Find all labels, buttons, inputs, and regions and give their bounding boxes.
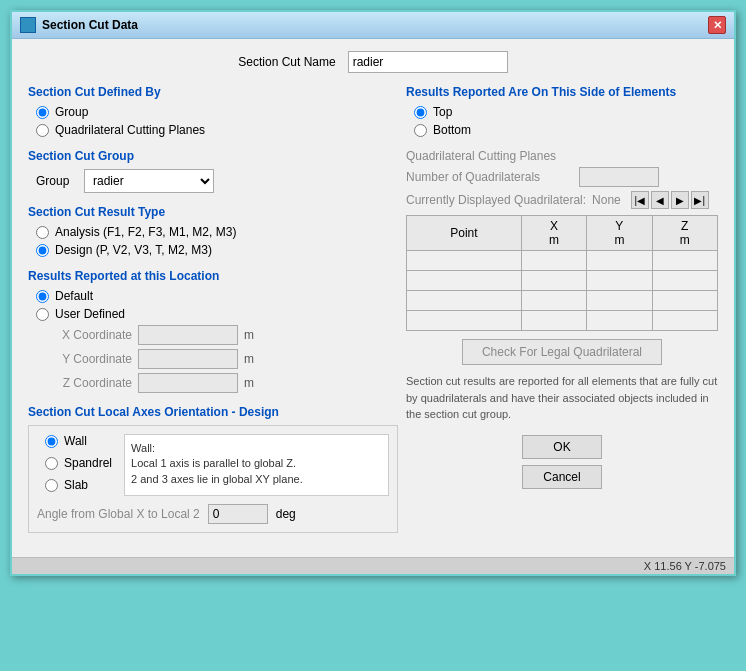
x-coord-unit: m bbox=[244, 328, 254, 342]
right-column: Results Reported Are On This Side of Ele… bbox=[406, 85, 718, 545]
num-quad-row: Number of Quadrilaterals bbox=[406, 167, 718, 187]
angle-row: Angle from Global X to Local 2 deg bbox=[37, 504, 389, 524]
results-default-row: Default bbox=[28, 289, 398, 303]
results-side-bottom-row: Bottom bbox=[406, 123, 718, 137]
results-user-row: User Defined bbox=[28, 307, 398, 321]
orient-wall-row: Wall bbox=[37, 434, 112, 448]
coords-display: X 11.56 Y -7.075 bbox=[644, 560, 726, 572]
nav-first-button[interactable]: |◀ bbox=[631, 191, 649, 209]
name-label: Section Cut Name bbox=[238, 55, 335, 69]
orient-wall-radio[interactable] bbox=[45, 435, 58, 448]
result-type-analysis-label: Analysis (F1, F2, F3, M1, M2, M3) bbox=[55, 225, 236, 239]
orient-spandrel-row: Spandrel bbox=[37, 456, 112, 470]
result-type-design-label: Design (P, V2, V3, T, M2, M3) bbox=[55, 243, 212, 257]
results-side-block: Results Reported Are On This Side of Ele… bbox=[406, 85, 718, 137]
results-side-bottom-radio[interactable] bbox=[414, 124, 427, 137]
col-x: Xm bbox=[521, 216, 586, 251]
nav-last-button[interactable]: ▶| bbox=[691, 191, 709, 209]
results-default-radio[interactable] bbox=[36, 290, 49, 303]
name-row: Section Cut Name bbox=[28, 51, 718, 73]
y-coord-input[interactable] bbox=[138, 349, 238, 369]
disp-quad-label: Currently Displayed Quadrilateral: bbox=[406, 193, 586, 207]
group-row: Group radier bbox=[28, 169, 398, 193]
orient-slab-radio[interactable] bbox=[45, 479, 58, 492]
defined-by-group-row: Group bbox=[28, 105, 398, 119]
cancel-button[interactable]: Cancel bbox=[522, 465, 602, 489]
disp-quad-row: Currently Displayed Quadrilateral: None … bbox=[406, 191, 718, 209]
x-coord-input[interactable] bbox=[138, 325, 238, 345]
orient-spandrel-radio[interactable] bbox=[45, 457, 58, 470]
defined-by-header: Section Cut Defined By bbox=[28, 85, 398, 99]
main-window: Section Cut Data ✕ Section Cut Name Sect… bbox=[10, 10, 736, 576]
quad-table: Point Xm Ym Zm bbox=[406, 215, 718, 331]
quad-planes-block: Quadrilateral Cutting Planes Number of Q… bbox=[406, 149, 718, 423]
results-user-label: User Defined bbox=[55, 307, 125, 321]
orient-slab-row: Slab bbox=[37, 478, 112, 492]
group-block: Section Cut Group Group radier bbox=[28, 149, 398, 193]
nav-buttons: |◀ ◀ ▶ ▶| bbox=[631, 191, 709, 209]
result-type-design-row: Design (P, V2, V3, T, M2, M3) bbox=[28, 243, 398, 257]
orient-row: Wall Spandrel Slab bbox=[37, 434, 389, 496]
orientation-block: Section Cut Local Axes Orientation - Des… bbox=[28, 405, 398, 533]
ok-cancel-area: OK Cancel bbox=[406, 435, 718, 489]
defined-by-group-radio[interactable] bbox=[36, 106, 49, 119]
x-coord-label: X Coordinate bbox=[52, 328, 132, 342]
num-quad-input[interactable] bbox=[579, 167, 659, 187]
close-button[interactable]: ✕ bbox=[708, 16, 726, 34]
two-col: Section Cut Defined By Group Quadrilater… bbox=[28, 85, 718, 545]
nav-next-button[interactable]: ▶ bbox=[671, 191, 689, 209]
nav-prev-button[interactable]: ◀ bbox=[651, 191, 669, 209]
table-row bbox=[407, 291, 718, 311]
z-coord-label: Z Coordinate bbox=[52, 376, 132, 390]
table-row bbox=[407, 311, 718, 331]
quad-desc: Section cut results are reported for all… bbox=[406, 373, 718, 423]
group-select[interactable]: radier bbox=[84, 169, 214, 193]
defined-by-quad-radio[interactable] bbox=[36, 124, 49, 137]
results-user-radio[interactable] bbox=[36, 308, 49, 321]
num-quad-label: Number of Quadrilaterals bbox=[406, 170, 571, 184]
check-quad-button[interactable]: Check For Legal Quadrilateral bbox=[462, 339, 662, 365]
y-coord-row: Y Coordinate m bbox=[28, 349, 398, 369]
angle-unit: deg bbox=[276, 507, 296, 521]
angle-label: Angle from Global X to Local 2 bbox=[37, 507, 200, 521]
results-location-block: Results Reported at this Location Defaul… bbox=[28, 269, 398, 393]
defined-by-quad-row: Quadrilateral Cutting Planes bbox=[28, 123, 398, 137]
bottom-bar: X 11.56 Y -7.075 bbox=[12, 557, 734, 574]
results-location-header: Results Reported at this Location bbox=[28, 269, 398, 283]
z-coord-input[interactable] bbox=[138, 373, 238, 393]
result-type-analysis-row: Analysis (F1, F2, F3, M1, M2, M3) bbox=[28, 225, 398, 239]
window-icon bbox=[20, 17, 36, 33]
left-column: Section Cut Defined By Group Quadrilater… bbox=[28, 85, 398, 545]
section-cut-name-input[interactable] bbox=[348, 51, 508, 73]
col-z: Zm bbox=[652, 216, 717, 251]
orient-spandrel-label: Spandrel bbox=[64, 456, 112, 470]
orientation-header: Section Cut Local Axes Orientation - Des… bbox=[28, 405, 398, 419]
angle-input[interactable] bbox=[208, 504, 268, 524]
results-side-top-row: Top bbox=[406, 105, 718, 119]
result-type-header: Section Cut Result Type bbox=[28, 205, 398, 219]
result-type-analysis-radio[interactable] bbox=[36, 226, 49, 239]
quad-planes-label: Quadrilateral Cutting Planes bbox=[406, 149, 718, 163]
defined-by-block: Section Cut Defined By Group Quadrilater… bbox=[28, 85, 398, 137]
orient-wall-label: Wall bbox=[64, 434, 87, 448]
orient-desc: Wall:Local 1 axis is parallel to global … bbox=[124, 434, 389, 496]
table-row bbox=[407, 251, 718, 271]
results-side-header: Results Reported Are On This Side of Ele… bbox=[406, 85, 718, 99]
table-row bbox=[407, 271, 718, 291]
ok-button[interactable]: OK bbox=[522, 435, 602, 459]
defined-by-group-label: Group bbox=[55, 105, 88, 119]
group-header: Section Cut Group bbox=[28, 149, 398, 163]
y-coord-label: Y Coordinate bbox=[52, 352, 132, 366]
orient-slab-label: Slab bbox=[64, 478, 88, 492]
main-content: Section Cut Name Section Cut Defined By … bbox=[12, 39, 734, 557]
group-label: Group bbox=[36, 174, 76, 188]
orientation-box: Wall Spandrel Slab bbox=[28, 425, 398, 533]
results-side-top-label: Top bbox=[433, 105, 452, 119]
y-coord-unit: m bbox=[244, 352, 254, 366]
z-coord-unit: m bbox=[244, 376, 254, 390]
window-title: Section Cut Data bbox=[42, 18, 138, 32]
result-type-design-radio[interactable] bbox=[36, 244, 49, 257]
results-side-top-radio[interactable] bbox=[414, 106, 427, 119]
z-coord-row: Z Coordinate m bbox=[28, 373, 398, 393]
col-point: Point bbox=[407, 216, 522, 251]
